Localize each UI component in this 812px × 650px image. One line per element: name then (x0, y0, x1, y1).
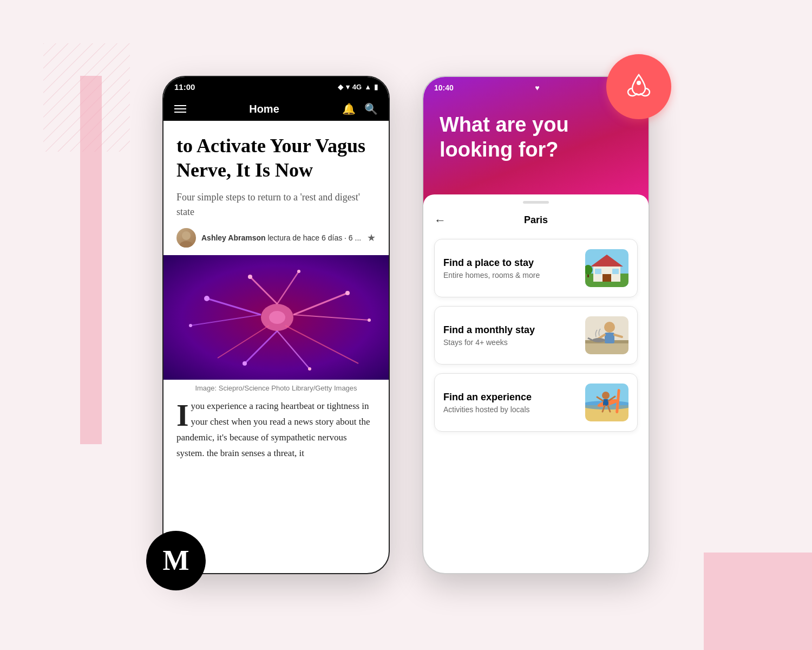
search-icon[interactable]: 🔍 (364, 102, 378, 115)
sheet-location-title: Paris (524, 214, 548, 226)
drop-cap: I (176, 399, 189, 428)
svg-point-25 (637, 81, 641, 85)
pink-rect-left (80, 76, 102, 444)
option-monthly-title: Find a monthly stay (443, 324, 535, 336)
option-card-stay-text: Find a place to stay Entire homes, rooms… (443, 257, 540, 280)
airbnb-logo-icon (623, 70, 655, 103)
back-arrow-icon[interactable]: ← (434, 213, 446, 227)
option-card-experience[interactable]: Find an experience Activities hosted by … (434, 373, 638, 432)
option-stay-image (585, 249, 628, 287)
diagonal-lines-decoration (43, 43, 130, 152)
svg-point-17 (297, 270, 300, 273)
svg-point-24 (269, 311, 285, 324)
signal-icon: ▲ (364, 83, 371, 91)
medium-time: 11:00 (174, 82, 195, 92)
author-row: Ashley Abramson lectura de hace 6 días ·… (176, 228, 376, 248)
sheet-back-row: ← Paris (434, 214, 638, 226)
battery-icon: ▮ (374, 83, 378, 91)
option-card-stay[interactable]: Find a place to stay Entire homes, rooms… (434, 239, 638, 297)
author-meta: Ashley Abramson lectura de hace 6 días ·… (201, 233, 362, 242)
svg-point-22 (243, 361, 247, 366)
medium-status-icons: ◆ ▾ 4G ▲ ▮ (338, 83, 378, 91)
airbnb-heart-icon: ♥ (535, 83, 539, 92)
svg-rect-49 (603, 399, 608, 406)
author-details: lectura de hace 6 días · 6 ... (267, 233, 361, 242)
article-body: I you experience a racing heartbeat or t… (176, 399, 376, 461)
svg-point-19 (189, 324, 192, 327)
airbnb-phone-wrapper: 10:40 ♥ ⏰ ▾ What are you looking for? ← … (422, 76, 650, 574)
svg-point-20 (345, 291, 350, 295)
sheet-handle (523, 201, 549, 204)
content-wrapper: 11:00 ◆ ▾ 4G ▲ ▮ Home 🔔 (162, 76, 650, 574)
svg-rect-1 (43, 43, 130, 152)
article-body-text: you experience a racing heartbeat or tig… (176, 401, 370, 458)
option-stay-subtitle: Entire homes, rooms & more (443, 271, 540, 280)
article-image (163, 255, 389, 380)
airbnb-sheet: ← Paris Find a place to stay Entire home… (423, 194, 649, 550)
svg-rect-32 (612, 269, 619, 274)
dot-icon: ◆ (338, 83, 343, 91)
svg-point-21 (368, 318, 371, 322)
article-content: to Activate Your Vagus Nerve, It Is Now … (163, 121, 389, 248)
svg-rect-31 (595, 269, 601, 274)
svg-rect-39 (605, 333, 614, 343)
svg-point-42 (592, 338, 605, 342)
hamburger-icon[interactable] (174, 105, 186, 113)
article-title: to Activate Your Vagus Nerve, It Is Now (176, 134, 376, 183)
article-subtitle: Four simple steps to return to a 'rest a… (176, 190, 376, 219)
svg-point-16 (248, 275, 252, 279)
option-experience-title: Find an experience (443, 392, 532, 403)
medium-navbar: Home 🔔 🔍 (163, 97, 389, 121)
surfer-illustration (585, 384, 628, 421)
wifi-icon: ▾ (346, 83, 350, 91)
medium-phone: 11:00 ◆ ▾ 4G ▲ ▮ Home 🔔 (162, 76, 390, 574)
author-name: Ashley Abramson (201, 233, 266, 242)
option-card-monthly[interactable]: Find a monthly stay Stays for 4+ weeks (434, 306, 638, 365)
house-illustration (585, 249, 628, 287)
svg-point-23 (308, 367, 311, 370)
medium-status-bar: 11:00 ◆ ▾ 4G ▲ ▮ (163, 77, 389, 97)
signal-text: 4G (352, 83, 362, 91)
medium-logo: M (146, 531, 206, 590)
svg-rect-36 (585, 342, 628, 354)
option-stay-title: Find a place to stay (443, 257, 540, 269)
star-icon[interactable]: ★ (367, 232, 376, 244)
svg-point-18 (204, 296, 209, 301)
svg-point-3 (180, 241, 193, 248)
option-monthly-subtitle: Stays for 4+ weeks (443, 338, 535, 347)
option-experience-subtitle: Activities hosted by locals (443, 405, 532, 414)
bell-icon[interactable]: 🔔 (342, 102, 356, 115)
airbnb-logo-circle (606, 54, 671, 119)
svg-point-2 (182, 231, 191, 240)
neuron-image (163, 255, 389, 380)
airbnb-phone: 10:40 ♥ ⏰ ▾ What are you looking for? ← … (422, 76, 650, 574)
cooking-illustration (585, 316, 628, 354)
medium-nav-title: Home (249, 103, 279, 115)
medium-phone-wrapper: 11:00 ◆ ▾ 4G ▲ ▮ Home 🔔 (162, 76, 390, 574)
airbnb-time: 10:40 (434, 83, 454, 92)
option-experience-image (585, 384, 628, 421)
image-caption: Image: Sciepro/Science Photo Library/Get… (176, 380, 376, 399)
svg-rect-30 (603, 274, 611, 282)
pink-rect-bottom-right (704, 552, 812, 650)
option-card-monthly-text: Find a monthly stay Stays for 4+ weeks (443, 324, 535, 347)
svg-point-38 (604, 322, 615, 333)
author-avatar (176, 228, 196, 248)
medium-nav-icons: 🔔 🔍 (342, 102, 378, 115)
medium-m-letter: M (162, 547, 189, 575)
svg-point-48 (602, 392, 610, 399)
option-monthly-image (585, 316, 628, 354)
option-card-experience-text: Find an experience Activities hosted by … (443, 392, 532, 414)
